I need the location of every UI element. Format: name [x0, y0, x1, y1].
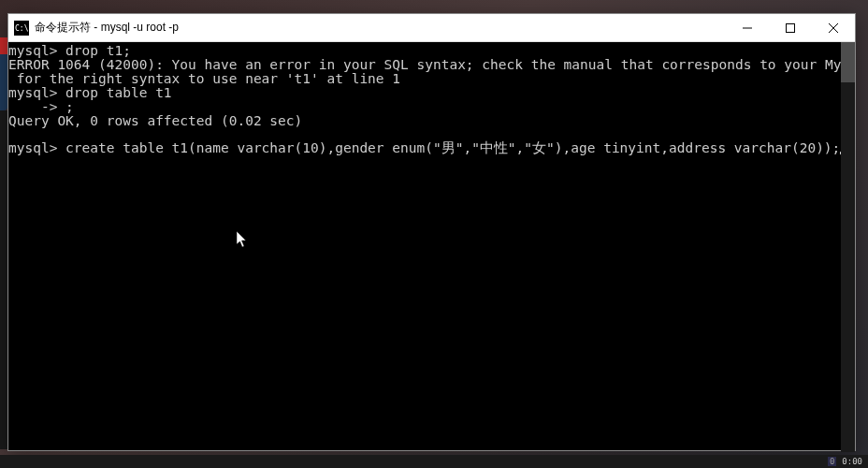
terminal-line: ERROR 1064 (42000): You have an error in… [8, 57, 855, 72]
terminal-line: mysql> drop t1; [8, 43, 131, 58]
terminal-content[interactable]: mysql> drop t1; ERROR 1064 (42000): You … [8, 42, 855, 450]
terminal-line: -> ; [8, 99, 74, 114]
maximize-button[interactable] [769, 14, 812, 42]
cmd-icon: C:\ [14, 21, 29, 36]
command-prompt-window: C:\ 命令提示符 - mysql -u root -p mysql> drop… [7, 13, 856, 451]
close-button[interactable] [812, 14, 855, 42]
desktop-left-edge [0, 37, 7, 449]
window-title: 命令提示符 - mysql -u root -p [35, 20, 179, 36]
terminal-line: Query OK, 0 rows affected (0.02 sec) [8, 113, 302, 128]
window-controls [726, 14, 855, 42]
taskbar-indicator: 0 [828, 457, 836, 466]
minimize-button[interactable] [726, 14, 769, 42]
svg-rect-3 [787, 24, 795, 33]
scrollbar-thumb[interactable] [841, 42, 855, 82]
taskbar[interactable]: 0 0:00 [0, 455, 868, 468]
terminal-line: mysql> create table t1(name varchar(10),… [8, 140, 840, 155]
terminal-line: mysql> drop table t1 [8, 85, 172, 100]
svg-text:C:\: C:\ [15, 24, 29, 33]
scrollbar-track[interactable] [841, 42, 855, 452]
taskbar-time: 0:00 [842, 457, 862, 466]
titlebar[interactable]: C:\ 命令提示符 - mysql -u root -p [8, 14, 855, 42]
mouse-pointer-icon [221, 217, 232, 234]
terminal-line: for the right syntax to use near 't1' at… [8, 71, 400, 86]
